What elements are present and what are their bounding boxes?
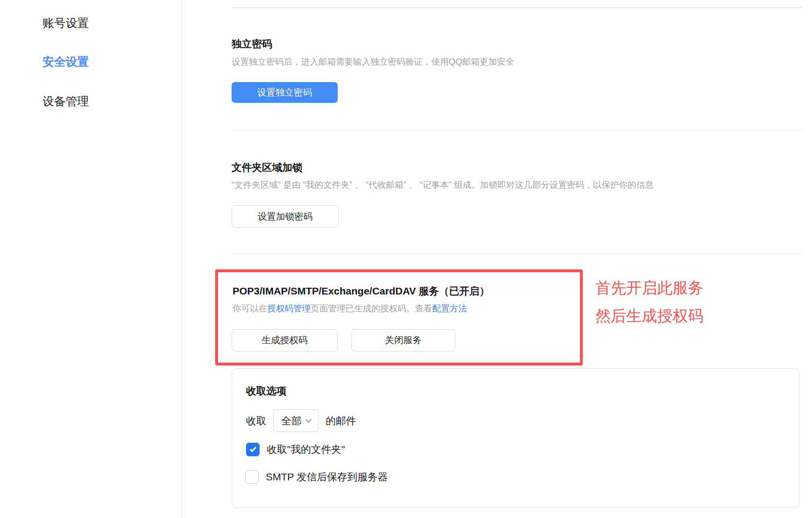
generate-authcode-button[interactable]: 生成授权码 — [232, 329, 338, 351]
sidebar-item-security-settings[interactable]: 安全设置 — [42, 55, 89, 69]
receive-scope-dropdown[interactable]: 全部 — [273, 409, 319, 432]
set-lock-password-button[interactable]: 设置加锁密码 — [232, 205, 339, 228]
receive-options-panel — [232, 368, 799, 508]
annotation-line-2: 然后生成授权码 — [595, 307, 703, 325]
receive-scope-value: 全部 — [281, 414, 302, 428]
authcode-management-link[interactable]: 授权码管理 — [267, 304, 311, 313]
pop3-service-title: POP3/IMAP/SMTP/Exchange/CardDAV 服务（已开启） — [233, 285, 490, 297]
annotation-line-1: 首先开启此服务 — [595, 279, 703, 297]
sidebar-item-account-settings[interactable]: 账号设置 — [42, 16, 89, 30]
receive-my-folders-row: 收取"我的文件夹" — [246, 443, 345, 456]
receive-options-title: 收取选项 — [246, 384, 287, 398]
smtp-save-label: SMTP 发信后保存到服务器 — [266, 470, 388, 484]
sidebar-divider — [181, 0, 182, 518]
receive-my-folders-checkbox[interactable] — [246, 443, 260, 456]
checkmark-icon — [249, 445, 256, 452]
independent-password-description: 设置独立密码后，进入邮箱需要输入独立密码验证，使用QQ邮箱更加安全 — [232, 56, 514, 67]
independent-password-title: 独立密码 — [232, 38, 272, 50]
receive-row-prefix: 收取 — [246, 414, 266, 428]
close-service-button[interactable]: 关闭服务 — [351, 329, 455, 351]
folder-lock-title: 文件夹区域加锁 — [232, 161, 303, 173]
sidebar-item-device-management[interactable]: 设备管理 — [42, 94, 89, 109]
receive-filter-row: 收取 全部 的邮件 — [246, 409, 356, 432]
smtp-save-row: SMTP 发信后保存到服务器 — [245, 470, 388, 484]
section-divider-top — [232, 7, 802, 8]
section-divider-1 — [232, 130, 802, 131]
receive-my-folders-label: 收取"我的文件夹" — [267, 443, 345, 456]
pop3-description-middle: 页面管理已生成的授权码。查看 — [311, 304, 432, 313]
smtp-save-checkbox[interactable] — [245, 470, 259, 484]
set-independent-password-button[interactable]: 设置独立密码 — [232, 82, 338, 103]
folder-lock-description: “文件夹区域” 是由 “我的文件夹” 、 “代收邮箱” 、 “记事本” 组成。加… — [232, 180, 654, 190]
pop3-description-prefix: 你可以在 — [233, 304, 267, 313]
chevron-down-icon — [305, 417, 312, 423]
pop3-service-description: 你可以在授权码管理页面管理已生成的授权码。查看配置方法 — [233, 303, 467, 314]
receive-row-suffix: 的邮件 — [326, 414, 356, 428]
section-divider-2 — [232, 254, 802, 254]
config-method-link[interactable]: 配置方法 — [432, 304, 467, 313]
